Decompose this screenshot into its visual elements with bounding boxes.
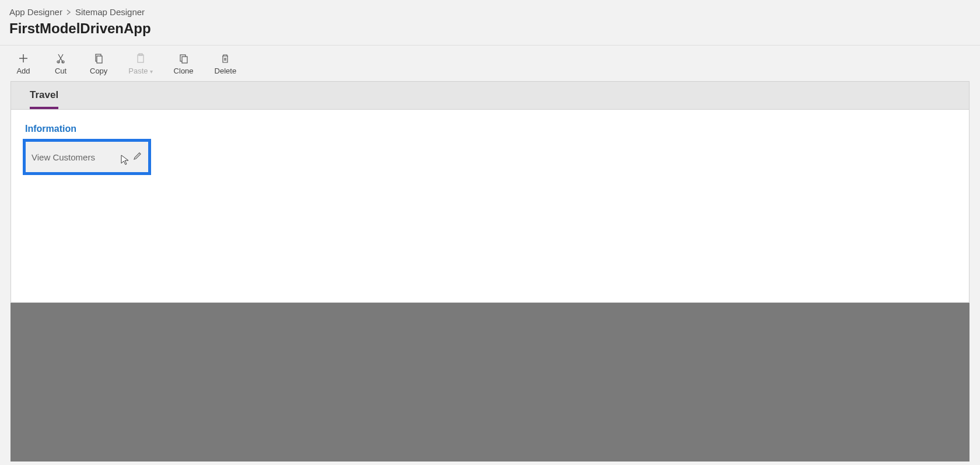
- chevron-right-icon: [66, 7, 72, 17]
- bottom-panel: [10, 303, 970, 461]
- cut-button[interactable]: Cut: [49, 50, 72, 78]
- svg-rect-7: [182, 57, 187, 63]
- svg-rect-4: [138, 55, 144, 62]
- delete-icon: [219, 53, 231, 64]
- area-header: Travel: [11, 82, 969, 110]
- page-title: FirstModelDrivenApp: [9, 20, 971, 37]
- paste-icon: [135, 53, 146, 64]
- sitemap-canvas: Travel Information View Customers: [10, 81, 970, 303]
- add-label: Add: [16, 67, 30, 75]
- paste-button: Paste▾: [125, 50, 156, 78]
- cut-label: Cut: [55, 67, 66, 75]
- toolbar: Add Cut Copy Paste▾ Clone Delete: [0, 46, 980, 81]
- pencil-icon[interactable]: [133, 151, 142, 163]
- add-button[interactable]: Add: [12, 50, 35, 78]
- breadcrumb: App Designer Sitemap Designer: [9, 7, 971, 17]
- chevron-down-icon: ▾: [150, 68, 153, 75]
- delete-button[interactable]: Delete: [211, 50, 240, 78]
- subarea-tile-view-customers[interactable]: View Customers: [23, 139, 151, 175]
- breadcrumb-current: Sitemap Designer: [75, 7, 145, 17]
- copy-icon: [93, 53, 104, 64]
- copy-button[interactable]: Copy: [86, 50, 111, 78]
- clone-button[interactable]: Clone: [170, 50, 197, 78]
- paste-label: Paste▾: [128, 67, 152, 75]
- group-title-information[interactable]: Information: [25, 124, 957, 134]
- area-tab-travel[interactable]: Travel: [30, 89, 58, 109]
- plus-icon: [18, 53, 29, 64]
- delete-label: Delete: [215, 67, 237, 75]
- cut-icon: [55, 53, 66, 64]
- canvas-body[interactable]: Information View Customers: [11, 110, 969, 302]
- svg-rect-3: [97, 56, 102, 63]
- clone-icon: [178, 53, 190, 64]
- subarea-label: View Customers: [32, 152, 95, 162]
- breadcrumb-parent[interactable]: App Designer: [9, 7, 62, 17]
- clone-label: Clone: [174, 67, 194, 75]
- copy-label: Copy: [90, 67, 107, 75]
- page-header: App Designer Sitemap Designer FirstModel…: [0, 0, 980, 46]
